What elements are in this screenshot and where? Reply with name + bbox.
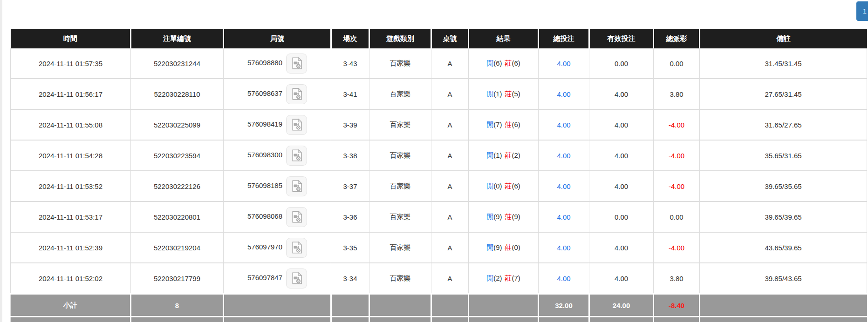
banker-label: 莊 bbox=[505, 213, 512, 221]
cell-total-bet[interactable]: 4.00 bbox=[539, 140, 589, 171]
cell-game-type: 百家樂 bbox=[369, 79, 431, 109]
cell-payout: -4.00 bbox=[654, 140, 700, 171]
cell-session: 3-37 bbox=[331, 171, 369, 201]
round-no-text: 576098068 bbox=[247, 212, 282, 220]
video-replay-button[interactable] bbox=[286, 115, 307, 135]
banker-score: (7) bbox=[512, 274, 520, 282]
cell-total-bet[interactable]: 4.00 bbox=[539, 232, 589, 263]
col-header-valid-bet: 有效投注 bbox=[589, 29, 654, 48]
cell-valid-bet: 4.00 bbox=[589, 232, 654, 263]
cell-payout: 3.80 bbox=[654, 263, 700, 294]
video-file-icon bbox=[290, 241, 303, 254]
cell-time: 2024-11-11 01:57:35 bbox=[11, 48, 131, 79]
round-no-text: 576098637 bbox=[247, 89, 282, 97]
video-file-icon bbox=[290, 180, 303, 193]
cell-total-bet[interactable]: 4.00 bbox=[539, 109, 589, 140]
cell-table-no: A bbox=[431, 232, 469, 263]
cell-game-type: 百家樂 bbox=[369, 201, 431, 232]
col-header-result: 結果 bbox=[469, 29, 539, 48]
player-score: (2) bbox=[493, 274, 502, 282]
video-replay-button[interactable] bbox=[286, 176, 307, 196]
subtotal-empty-round bbox=[224, 294, 331, 317]
cell-total-bet[interactable]: 4.00 bbox=[539, 201, 589, 232]
bet-history-page: { "colors": { "header_bg": "#1e1e1e", "s… bbox=[0, 0, 868, 322]
video-file-icon bbox=[290, 118, 303, 131]
banker-label: 莊 bbox=[505, 274, 512, 282]
cell-payout: -4.00 bbox=[654, 171, 700, 201]
subtotal-empty-session bbox=[331, 294, 369, 317]
round-no-text: 576098880 bbox=[247, 59, 282, 67]
cell-total-bet[interactable]: 4.00 bbox=[539, 48, 589, 79]
cell-session: 3-38 bbox=[331, 140, 369, 171]
table-row: 2024-11-11 01:52:39 522030219204 5760979… bbox=[11, 232, 867, 263]
cell-remark: 27.65/31.45 bbox=[700, 79, 867, 109]
cell-total-bet[interactable]: 4.00 bbox=[539, 79, 589, 109]
cell-time: 2024-11-11 01:52:39 bbox=[11, 232, 131, 263]
col-header-time: 時間 bbox=[11, 29, 131, 48]
cell-round-no: 576098637 bbox=[224, 79, 331, 109]
col-header-session: 場次 bbox=[331, 29, 369, 48]
cell-table-no: A bbox=[431, 109, 469, 140]
cell-round-no: 576098300 bbox=[224, 140, 331, 171]
video-file-icon bbox=[290, 87, 303, 101]
subtotal-valid-bet: 24.00 bbox=[589, 294, 654, 317]
pagination-page-1-button[interactable]: 1 bbox=[856, 1, 868, 21]
cell-total-bet[interactable]: 4.00 bbox=[539, 171, 589, 201]
player-score: (0) bbox=[493, 182, 502, 190]
cell-result: 閒(2)莊(7) bbox=[469, 263, 539, 294]
cell-remark: 31.45/31.45 bbox=[700, 48, 867, 79]
banker-score: (9) bbox=[512, 213, 520, 221]
banker-label: 莊 bbox=[505, 59, 512, 67]
player-label: 閒 bbox=[486, 182, 493, 190]
subtotal-total-bet: 32.00 bbox=[539, 294, 589, 317]
cell-bet-no: 522030225099 bbox=[131, 109, 224, 140]
banker-label: 莊 bbox=[505, 121, 512, 128]
col-header-remark: 備註 bbox=[700, 29, 867, 48]
player-score: (1) bbox=[493, 151, 502, 159]
cell-total-bet[interactable]: 4.00 bbox=[539, 263, 589, 294]
cell-session: 3-35 bbox=[331, 232, 369, 263]
player-label: 閒 bbox=[486, 243, 493, 251]
cell-valid-bet: 4.00 bbox=[589, 171, 654, 201]
subtotal-empty-result bbox=[469, 294, 539, 317]
subtotal-empty-table-no bbox=[431, 294, 469, 317]
video-replay-button[interactable] bbox=[286, 238, 307, 258]
video-replay-button[interactable] bbox=[286, 146, 307, 166]
cell-result: 閒(9)莊(9) bbox=[469, 201, 539, 232]
cell-game-type: 百家樂 bbox=[369, 232, 431, 263]
cell-table-no: A bbox=[431, 48, 469, 79]
cell-result: 閒(9)莊(0) bbox=[469, 232, 539, 263]
banker-score: (5) bbox=[512, 90, 520, 98]
round-no-text: 576098300 bbox=[247, 151, 282, 159]
round-no-text: 576098419 bbox=[247, 120, 282, 128]
subtotal-payout: -8.40 bbox=[654, 294, 700, 317]
cell-result: 閒(7)莊(6) bbox=[469, 109, 539, 140]
player-label: 閒 bbox=[486, 151, 493, 159]
cell-session: 3-36 bbox=[331, 201, 369, 232]
cell-remark: 39.65/39.65 bbox=[700, 201, 867, 232]
video-replay-button[interactable] bbox=[286, 268, 307, 288]
col-header-table-no: 桌號 bbox=[431, 29, 469, 48]
cell-time: 2024-11-11 01:56:17 bbox=[11, 79, 131, 109]
round-no-text: 576097970 bbox=[247, 243, 282, 251]
cell-round-no: 576098419 bbox=[224, 109, 331, 140]
video-file-icon bbox=[290, 57, 303, 70]
cell-time: 2024-11-11 01:53:17 bbox=[11, 201, 131, 232]
video-replay-button[interactable] bbox=[286, 207, 307, 227]
cell-bet-no: 522030222126 bbox=[131, 171, 224, 201]
player-label: 閒 bbox=[486, 213, 493, 221]
video-replay-button[interactable] bbox=[286, 54, 307, 74]
cell-valid-bet: 4.00 bbox=[589, 263, 654, 294]
cell-table-no: A bbox=[431, 201, 469, 232]
video-replay-button[interactable] bbox=[286, 84, 307, 104]
banker-label: 莊 bbox=[505, 90, 512, 98]
table-row: 2024-11-11 01:56:17 522030228110 5760986… bbox=[11, 79, 867, 109]
round-no-text: 576098185 bbox=[247, 181, 282, 189]
banker-score: (6) bbox=[512, 121, 520, 128]
cell-table-no: A bbox=[431, 79, 469, 109]
table-row: 2024-11-11 01:53:17 522030220801 5760980… bbox=[11, 201, 867, 232]
banker-score: (2) bbox=[512, 151, 520, 159]
cell-bet-no: 522030220801 bbox=[131, 201, 224, 232]
cell-time: 2024-11-11 01:52:02 bbox=[11, 263, 131, 294]
cell-bet-no: 522030228110 bbox=[131, 79, 224, 109]
